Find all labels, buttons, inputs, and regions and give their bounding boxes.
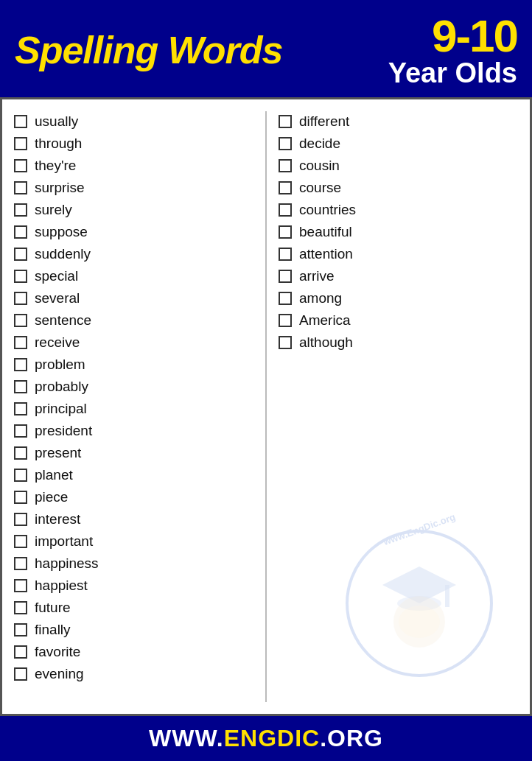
checkbox[interactable] [14,137,27,150]
word-label: usually [35,113,78,130]
checkbox[interactable] [279,115,292,128]
list-item[interactable]: special [10,266,258,287]
checkbox[interactable] [14,270,27,283]
list-item[interactable]: America [274,310,522,331]
list-item[interactable]: piece [10,487,258,508]
list-item[interactable]: surprise [10,178,258,198]
list-item[interactable]: receive [10,332,258,353]
checkbox[interactable] [14,491,27,504]
column-divider [265,111,267,702]
list-item[interactable]: different [274,111,522,132]
word-label: president [35,423,92,439]
checkbox[interactable] [279,248,292,261]
checkbox[interactable] [279,314,292,327]
list-item[interactable]: present [10,443,258,463]
list-item[interactable]: suddenly [10,244,258,264]
word-label: America [299,312,351,329]
checkbox[interactable] [14,314,27,327]
checkbox[interactable] [279,203,292,217]
checkbox[interactable] [14,469,27,482]
list-item[interactable]: attention [274,244,522,264]
list-item[interactable]: countries [274,200,522,220]
list-item[interactable]: through [10,133,258,154]
list-item[interactable]: finally [10,620,258,640]
page-header: Spelling Words 9-10 Year Olds [0,0,532,97]
list-item[interactable]: several [10,288,258,309]
list-item[interactable]: surely [10,200,258,220]
list-item[interactable]: beautiful [274,222,522,242]
watermark-svg [360,544,478,662]
word-label: they're [35,158,76,174]
word-label: although [299,334,353,351]
checkbox[interactable] [14,557,27,570]
list-item[interactable]: interest [10,509,258,530]
checkbox[interactable] [279,292,292,305]
checkbox[interactable] [14,380,27,393]
list-item[interactable]: course [274,178,522,198]
checkbox[interactable] [279,137,292,150]
checkbox[interactable] [14,248,27,261]
checkbox[interactable] [14,159,27,172]
list-item[interactable]: important [10,531,258,552]
word-label: beautiful [299,224,352,240]
word-label: planet [35,467,73,483]
list-item[interactable]: happiest [10,575,258,596]
watermark-circle [346,530,493,677]
checkbox[interactable] [279,270,292,283]
word-label: happiness [35,555,99,572]
checkbox[interactable] [14,645,27,659]
word-label: surprise [35,180,85,196]
word-label: countries [299,202,356,218]
checkbox[interactable] [14,579,27,592]
list-item[interactable]: president [10,421,258,441]
checkbox[interactable] [14,535,27,548]
checkbox[interactable] [14,424,27,438]
checkbox[interactable] [14,623,27,636]
list-item[interactable]: future [10,597,258,618]
checkbox[interactable] [279,336,292,349]
word-label: problem [35,357,85,373]
checkbox[interactable] [14,292,27,305]
list-item[interactable]: happiness [10,553,258,574]
list-item[interactable]: principal [10,399,258,419]
footer-prefix: WWW. [149,725,224,751]
checkbox[interactable] [14,225,27,239]
checkbox[interactable] [14,446,27,460]
checkbox[interactable] [279,159,292,172]
list-item[interactable]: probably [10,376,258,397]
list-item[interactable]: problem [10,354,258,375]
word-label: course [299,180,341,196]
list-item[interactable]: sentence [10,310,258,331]
list-item[interactable]: among [274,288,522,309]
main-content: usuallythroughthey'resurprisesurelysuppo… [0,97,532,716]
word-label: finally [35,622,71,638]
word-label: decide [299,136,340,152]
checkbox[interactable] [14,203,27,217]
word-label: surely [35,202,72,218]
list-item[interactable]: usually [10,111,258,132]
list-item[interactable]: arrive [274,266,522,287]
list-item[interactable]: suppose [10,222,258,242]
list-item[interactable]: although [274,332,522,353]
checkbox[interactable] [279,181,292,194]
checkbox[interactable] [14,181,27,194]
list-item[interactable]: favorite [10,642,258,662]
list-item[interactable]: decide [274,133,522,154]
checkbox[interactable] [279,225,292,239]
list-item[interactable]: evening [10,664,258,684]
checkbox[interactable] [14,513,27,526]
list-item[interactable]: cousin [274,155,522,176]
checkbox[interactable] [14,402,27,415]
checkbox[interactable] [14,115,27,128]
checkbox[interactable] [14,667,27,681]
word-label: attention [299,246,353,262]
checkbox[interactable] [14,358,27,371]
list-item[interactable]: planet [10,465,258,485]
checkbox[interactable] [14,336,27,349]
word-label: receive [35,334,80,351]
word-label: present [35,445,81,461]
word-label: principal [35,401,87,417]
age-number: 9-10 [432,13,517,59]
list-item[interactable]: they're [10,155,258,176]
checkbox[interactable] [14,601,27,614]
